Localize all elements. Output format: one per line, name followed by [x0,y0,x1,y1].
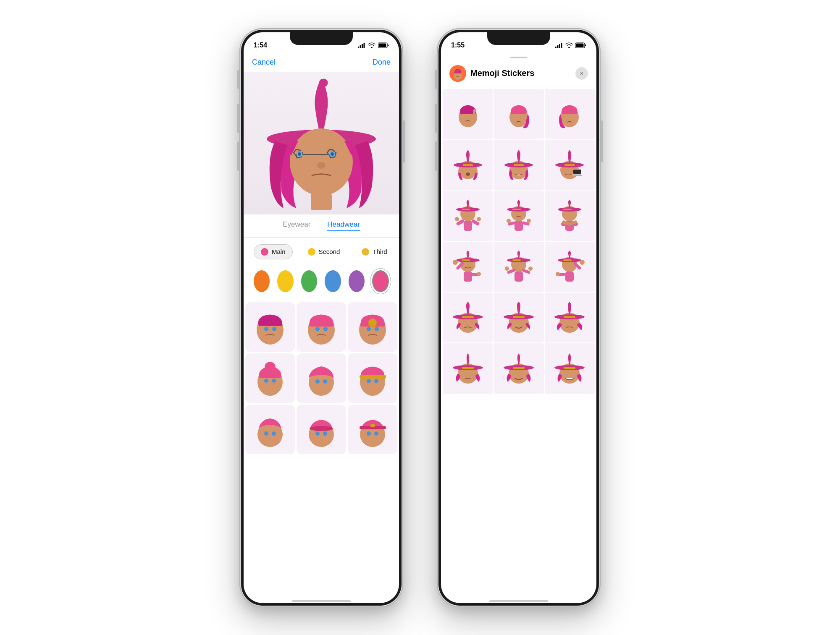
svg-point-136 [453,260,458,265]
sticker-4[interactable] [443,140,493,190]
swatch-yellow[interactable] [277,270,293,292]
left-phone-screen: 1:54 [244,32,399,603]
svg-point-42 [374,379,378,383]
svg-point-84 [458,168,462,173]
time-left: 1:54 [254,42,267,49]
sticker-5[interactable] [494,140,543,190]
svg-rect-171 [564,316,575,318]
svg-point-53 [367,431,371,436]
silent-button[interactable] [237,70,239,89]
sticker-13[interactable] [443,293,493,342]
headwear-item-6[interactable] [348,353,397,403]
notch-right [487,32,550,45]
second-color-dot [308,248,315,256]
svg-point-119 [527,219,531,223]
headwear-item-3[interactable] [348,302,397,352]
sticker-2[interactable] [494,89,543,139]
tab-headwear[interactable]: Headwear [327,220,360,231]
done-button[interactable]: Done [373,58,391,67]
home-indicator-left [292,600,351,602]
svg-rect-77 [574,115,575,119]
sticker-6[interactable] [545,140,595,190]
tab-eyewear[interactable]: Eyewear [283,220,310,231]
headwear-item-1[interactable] [245,302,295,352]
sticker-3[interactable] [545,89,595,139]
svg-point-31 [375,327,379,331]
svg-rect-3 [364,43,365,48]
scene: 1:54 [0,0,840,635]
svg-rect-52 [370,424,375,427]
svg-point-156 [580,260,585,265]
time-right: 1:55 [451,42,465,49]
sticker-12[interactable] [545,242,595,292]
sticker-18[interactable] [545,343,595,393]
headwear-item-8[interactable] [297,405,346,454]
right-phone: 1:55 [437,28,601,607]
sticker-7[interactable] [443,191,493,240]
headwear-item-4[interactable] [245,353,295,403]
signal-icon-right [555,42,563,48]
volume-up-button[interactable] [237,104,239,133]
sticker-9[interactable] [545,191,595,240]
swatch-purple[interactable] [349,270,365,292]
main-color-label: Main [272,248,286,255]
svg-rect-186 [564,367,575,369]
power-button[interactable] [403,120,405,162]
svg-rect-73 [520,117,522,122]
color-option-third[interactable]: Third [355,245,394,259]
svg-point-35 [272,379,276,383]
svg-rect-112 [512,209,521,210]
svg-rect-181 [513,367,525,369]
svg-point-41 [367,379,371,383]
editor-nav: Cancel Done [244,53,399,72]
memoji-preview [244,72,399,214]
swatch-orange[interactable] [254,270,270,292]
sticker-17[interactable] [494,343,543,393]
svg-point-54 [374,431,378,436]
swatch-blue[interactable] [325,270,341,292]
home-indicator-right [489,600,548,602]
headwear-item-7[interactable] [245,405,295,454]
svg-point-30 [367,327,371,331]
color-option-second[interactable]: Second [301,245,347,259]
volume-down-button[interactable] [237,141,239,171]
svg-rect-56 [557,45,559,48]
headwear-item-2[interactable] [297,302,346,352]
signal-icon [358,42,365,48]
swatch-green[interactable] [301,270,317,292]
sticker-1[interactable] [443,89,493,139]
svg-point-25 [315,327,320,331]
svg-rect-1 [360,45,361,48]
main-color-dot [261,248,268,256]
svg-point-37 [315,379,320,384]
cancel-button[interactable]: Cancel [252,58,276,67]
svg-rect-80 [463,164,473,166]
sticker-16[interactable] [443,343,493,393]
close-stickers-button[interactable]: × [575,67,588,80]
right-volume-up-button[interactable] [435,104,437,133]
svg-rect-88 [514,164,524,166]
sticker-14[interactable] [494,293,543,342]
svg-point-85 [473,168,478,173]
svg-rect-24 [309,323,334,327]
swatch-pink[interactable] [372,270,389,292]
svg-rect-40 [360,375,386,379]
sticker-10[interactable] [443,242,493,292]
right-silent-button[interactable] [435,70,437,89]
svg-point-44 [264,431,268,436]
svg-point-108 [455,217,459,221]
right-volume-down-button[interactable] [435,141,437,171]
svg-rect-166 [513,316,525,318]
sticker-15[interactable] [545,293,595,342]
headwear-item-5[interactable] [297,353,346,403]
color-option-main[interactable]: Main [254,244,293,259]
third-color-label: Third [373,248,387,255]
right-power-button[interactable] [601,120,603,162]
svg-rect-115 [514,221,523,231]
svg-rect-57 [559,44,560,48]
svg-point-148 [528,267,533,271]
sticker-11[interactable] [494,242,543,292]
sticker-8[interactable] [494,191,543,240]
svg-point-18 [317,162,326,169]
headwear-item-9[interactable] [348,405,397,454]
